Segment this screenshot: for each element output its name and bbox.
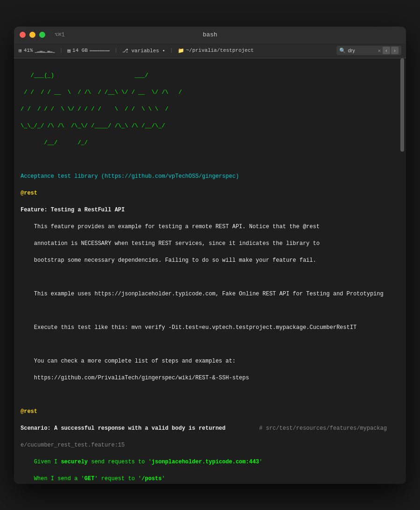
blank5 — [21, 391, 399, 399]
traffic-lights — [20, 32, 45, 38]
sep3: | — [170, 48, 173, 53]
memory-indicator: ▤ 14 GB ▬▬▬▬▬▬▬▬ — [67, 48, 110, 54]
memory-icon: ▤ — [67, 48, 70, 54]
cpu-icon: ⊞ — [19, 48, 22, 54]
maximize-button[interactable] — [39, 32, 45, 38]
toolbar: ⊞ 41% ▁▂▃▂▁▃▂▁ | ▤ 14 GB ▬▬▬▬▬▬▬▬ | ⎇ va… — [14, 43, 406, 58]
title-bar: ⌥⌘1 bash — [14, 27, 406, 43]
search-icon: 🔍 — [339, 48, 346, 54]
search-input[interactable] — [348, 48, 376, 53]
feature-line: Feature: Testing a RestFull API — [21, 206, 399, 214]
minimize-button[interactable] — [29, 32, 35, 38]
desc5: Execute this test like this: mvn verify … — [21, 323, 399, 332]
ascii-art-line5: /__/ /_/ — [21, 139, 399, 147]
search-prev-button[interactable]: ‹ — [383, 47, 390, 54]
blank3 — [21, 307, 399, 315]
variables-indicator: ⎇ variables • — [122, 48, 165, 54]
desc4: This example uses https://jsonplaceholde… — [21, 290, 399, 298]
ascii-art-line3: / / / / / \ \/ / / / / \ / / \ \ \ / — [21, 105, 399, 113]
scenario1-title: Scenario: A successful response with a v… — [21, 424, 399, 433]
rest-annotation2: @rest — [21, 407, 399, 416]
step1: Given I securely send requests to 'jsonp… — [21, 458, 399, 466]
folder-icon: 📁 — [178, 48, 184, 54]
desc1: This feature provides an example for tes… — [21, 223, 399, 231]
terminal-window: ⌥⌘1 bash ⊞ 41% ▁▂▃▂▁▃▂▁ | ▤ 14 GB ▬▬▬▬▬▬… — [14, 27, 406, 484]
ascii-art-line2: / / / / __ \ / /\ / /__\ \/ / __ \/ /\ / — [21, 88, 399, 97]
cpu-indicator: ⊞ 41% ▁▂▃▂▁▃▂▁ — [19, 48, 55, 54]
scrollbar[interactable] — [400, 58, 404, 152]
step2: When I send a 'GET' request to '/posts' — [21, 475, 399, 483]
path-indicator: 📁 ~/privalia/testproject — [178, 48, 254, 54]
blank2 — [21, 273, 399, 281]
sep1: | — [60, 48, 63, 53]
acceptance-link: Acceptance test library (https://github.… — [21, 172, 399, 181]
blank1 — [21, 155, 399, 164]
shortcut-label: ⌥⌘1 — [55, 31, 65, 38]
cpu-value: 41% — [24, 48, 33, 53]
search-next-button[interactable]: › — [391, 47, 399, 54]
window-title: bash — [203, 31, 217, 38]
ascii-art-line1: /___(_) ___/ — [21, 71, 399, 80]
search-navigation: ‹ › — [383, 47, 399, 54]
sep2: | — [114, 48, 118, 53]
desc3: bootstrap some necessary dependencies. F… — [21, 256, 399, 265]
rest-annotation1: @rest — [21, 189, 399, 197]
memory-value: 14 GB — [72, 48, 88, 53]
desc7: https://github.com/PrivaliaTech/gingersp… — [21, 374, 399, 382]
path-value: ~/privalia/testproject — [186, 48, 254, 53]
ascii-art-line4: \_\_/_/ /\ /\ /\_\/ /____/ /\_\ /\ /__/\… — [21, 122, 399, 130]
close-button[interactable] — [20, 32, 26, 38]
desc6: You can check a more complete list of st… — [21, 357, 399, 365]
blank4 — [21, 340, 399, 349]
terminal-content: /___(_) ___/ / / / / __ \ / /\ / /__\ \/… — [14, 58, 406, 484]
variables-label: ⎇ variables • — [122, 48, 165, 54]
scenario1-fileref: e/cucumber_rest_test.feature:15 — [21, 441, 399, 449]
desc2: annotation is NECESSARY when testing RES… — [21, 239, 399, 248]
search-box[interactable]: 🔍 ✕ ‹ › — [336, 46, 401, 55]
clear-search-button[interactable]: ✕ — [378, 48, 381, 54]
